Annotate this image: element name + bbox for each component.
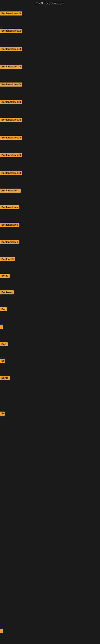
bottleneck-badge-row: Bottleneck result (0, 64, 22, 70)
bottleneck-badge[interactable]: Bottleneck result (0, 118, 22, 122)
bottleneck-badge[interactable]: Bottleneck (0, 257, 15, 261)
bottleneck-badge[interactable]: Bott (0, 342, 8, 346)
bottleneck-badge-row: Bottleneck result (0, 136, 22, 140)
bottleneck-badge[interactable]: Bottlenec (0, 290, 14, 294)
bottleneck-badge-row: Bottleneck result (0, 82, 22, 87)
bottleneck-badge[interactable]: Bottleneck result (0, 171, 22, 175)
bottleneck-badge[interactable]: Bot (0, 307, 7, 311)
bottleneck-badge-row: Bottleneck result (0, 171, 22, 176)
bottleneck-badge[interactable]: Bottleneck result (0, 12, 22, 16)
site-title: TheBottlenecker.com (0, 0, 100, 6)
bottleneck-badge-row: Bottleneck result (0, 118, 22, 122)
bottleneck-badge[interactable]: | (0, 629, 3, 633)
bottleneck-badge[interactable]: Bottleneck resu (0, 188, 21, 192)
bottleneck-badge[interactable]: Bottleneck result (0, 64, 22, 69)
bottleneck-badge[interactable]: Bottleneck result (0, 100, 22, 104)
bottleneck-badge[interactable]: Bottleneck result (0, 47, 22, 51)
bottleneck-badge-row: Bott (0, 342, 8, 347)
bottleneck-badge-row: | (0, 325, 3, 330)
bottleneck-badge-row: Bo (0, 359, 5, 364)
bottleneck-badge-row: Bottle (0, 274, 10, 278)
bottleneck-badge[interactable]: Bottleneck res (0, 223, 19, 227)
bottleneck-badge[interactable]: Bottleneck result (0, 29, 22, 33)
bottleneck-badge-row: Bottleneck res (0, 240, 19, 245)
bottleneck-badge[interactable]: Bottleneck res (0, 240, 19, 244)
bottleneck-badge-row: Bottle (0, 376, 10, 381)
bottleneck-badge[interactable]: Bottle (0, 274, 10, 278)
bottleneck-badge[interactable]: Bottleneck res (0, 205, 19, 209)
bottleneck-badge-row: Bottleneck result (0, 29, 22, 34)
bottleneck-badge-row: Bottleneck (0, 257, 15, 262)
bottleneck-badge-row: Bottleneck res (0, 205, 19, 210)
bottleneck-badge-row: Bottleneck result (0, 100, 22, 105)
bottleneck-badge[interactable]: | (0, 325, 3, 329)
bottleneck-badge[interactable]: Bottleneck result (0, 82, 22, 86)
bottleneck-badge-row: Bot (0, 307, 7, 312)
bottleneck-badge[interactable]: Bottleneck result (0, 153, 22, 157)
bottleneck-badge-row: Bottleneck result (0, 12, 22, 16)
bottleneck-badge-row: Bottleneck resu (0, 188, 21, 194)
bottleneck-badge-row: Bottleneck res (0, 223, 19, 228)
bottleneck-badge[interactable]: Bottleneck result (0, 136, 22, 140)
bottleneck-badge-row: Bottlenec (0, 290, 14, 295)
bottleneck-badge-row: | (0, 629, 3, 634)
bottleneck-badge[interactable]: Bo (0, 359, 5, 363)
bottleneck-badge-row: Bo (0, 412, 5, 416)
bottleneck-badge[interactable]: Bo (0, 412, 5, 416)
bottleneck-badge-row: Bottleneck result (0, 153, 22, 158)
bottleneck-badge-row: Bottleneck result (0, 47, 22, 52)
bottleneck-badge[interactable]: Bottle (0, 376, 10, 380)
